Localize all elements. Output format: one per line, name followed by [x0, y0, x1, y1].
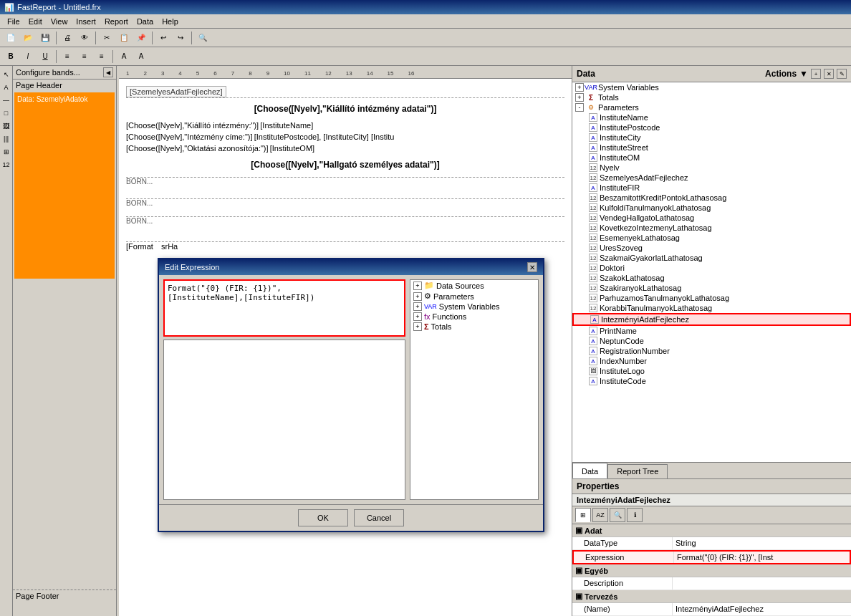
tree-registration[interactable]: A RegistrationNumber	[572, 346, 851, 356]
totals-expand-d[interactable]: +	[413, 322, 422, 331]
redo-btn[interactable]: ↪	[173, 31, 188, 45]
font-size-up[interactable]: A	[133, 49, 149, 64]
prop-tab-filter[interactable]: 🔍	[610, 508, 625, 522]
tree-institute-om[interactable]: A InstituteOM	[572, 153, 851, 163]
new-btn[interactable]: 📄	[3, 31, 19, 45]
dialog-extra-area[interactable]	[163, 340, 405, 500]
prop-description-value[interactable]	[673, 577, 851, 589]
page-header-band[interactable]: Page Header	[13, 80, 116, 91]
align-center-btn[interactable]: ≡	[77, 49, 92, 64]
tree-korabbi[interactable]: 12 KorabbiTanulmanyokLathatosag	[572, 303, 851, 313]
underline-btn[interactable]: U	[37, 49, 53, 64]
section-egyeb-collapse[interactable]: ▣	[575, 566, 582, 575]
tree-system-variables[interactable]: + VAR System Variables	[572, 82, 851, 92]
cut-btn[interactable]: ✂	[99, 31, 115, 45]
page-footer-band[interactable]: Page Footer	[13, 589, 116, 602]
tab-data[interactable]: Data	[572, 463, 607, 478]
tree-beszamitott[interactable]: 12 BeszamitottKreditPontokLathasosag	[572, 193, 851, 203]
tree-doktori[interactable]: 12 Doktori	[572, 263, 851, 273]
line-tool[interactable]: —	[1, 95, 12, 106]
align-left-btn[interactable]: ≡	[59, 49, 75, 64]
data-add-btn[interactable]: +	[811, 69, 821, 79]
sv-expand[interactable]: +	[413, 302, 422, 311]
save-btn[interactable]: 💾	[37, 31, 53, 45]
tab-report-tree[interactable]: Report Tree	[607, 464, 668, 478]
tree-institute-fir[interactable]: A InstituteFIR	[572, 183, 851, 193]
bands-arrow[interactable]: ◀	[103, 67, 113, 77]
system-variables-expand[interactable]: +	[575, 83, 584, 92]
configure-bands-label[interactable]: Configure bands...	[16, 68, 80, 77]
table-tool[interactable]: ⊞	[1, 146, 12, 158]
dialog-tree-systemvars[interactable]: + VAR System Variables	[410, 302, 538, 312]
tree-szakmai[interactable]: 12 SzakmaiGyakorlatLathatosag	[572, 253, 851, 263]
menu-insert[interactable]: Insert	[72, 16, 100, 27]
tree-print-name[interactable]: A PrintName	[572, 326, 851, 336]
tree-kovetkezo[interactable]: 12 KovetkezoIntezmenyLathatosag	[572, 223, 851, 233]
tree-szemelyes[interactable]: 12 SzemelyesAdatFejlechez	[572, 173, 851, 183]
print-btn[interactable]: 🖨	[59, 31, 75, 45]
bold-btn[interactable]: B	[3, 49, 19, 64]
actions-label[interactable]: Actions	[765, 69, 797, 79]
paste-btn[interactable]: 📌	[133, 31, 149, 45]
menu-data[interactable]: Data	[133, 16, 158, 27]
menu-edit[interactable]: Edit	[24, 16, 47, 27]
tree-institute-logo[interactable]: 🖼 InstituteLogo	[572, 366, 851, 376]
dialog-tree-functions[interactable]: + fx Functions	[410, 312, 538, 322]
tree-institute-name[interactable]: A InstituteName	[572, 112, 851, 122]
totals-expand[interactable]: +	[575, 93, 584, 102]
tree-institute-street[interactable]: A InstituteStreet	[572, 143, 851, 153]
undo-btn[interactable]: ↩	[155, 31, 171, 45]
tree-institute-postcode[interactable]: A InstitutePostcode	[572, 122, 851, 133]
preview-btn[interactable]: 👁	[77, 31, 92, 45]
prop-expression-value[interactable]: Format("{0} (FIR: {1})", [Inst	[674, 552, 850, 563]
zoom-btn[interactable]: 🔍	[195, 31, 211, 45]
tree-szakok[interactable]: 12 SzakokLathatosag	[572, 273, 851, 283]
align-right-btn[interactable]: ≡	[94, 49, 110, 64]
tree-neptun[interactable]: A NeptunCode	[572, 336, 851, 346]
tree-intezmenyi-adat[interactable]: A IntezményiAdatFejlechez	[572, 313, 851, 326]
tree-kulfoldi[interactable]: 12 KulfoldiTanulmanyokLathatosag	[572, 203, 851, 213]
tree-ures[interactable]: 12 UresSzoveg	[572, 243, 851, 253]
prop-name-value[interactable]: IntezményiAdatFejlechez	[673, 603, 851, 615]
prop-tab-grid[interactable]: ⊞	[575, 508, 591, 522]
prop-datatype-value[interactable]: String	[673, 537, 851, 549]
prop-tab-info[interactable]: ℹ	[627, 508, 643, 522]
menu-view[interactable]: View	[47, 16, 72, 27]
prop-tab-abc[interactable]: AZ	[592, 508, 608, 522]
tree-esemeny[interactable]: 12 EsemenyekLathatosag	[572, 233, 851, 243]
menu-help[interactable]: Help	[158, 16, 183, 27]
menu-file[interactable]: File	[3, 16, 24, 27]
header-field[interactable]: [SzemelyesAdatFejlechez]	[126, 86, 226, 97]
dialog-ok-btn[interactable]: OK	[298, 509, 348, 526]
tree-index[interactable]: A IndexNumber	[572, 356, 851, 366]
barcode-tool[interactable]: |||	[1, 133, 12, 145]
tree-institute-code[interactable]: A InstituteCode	[572, 376, 851, 386]
rect-tool[interactable]: □	[1, 107, 12, 119]
tree-parameters[interactable]: - ⚙ Parameters	[572, 102, 851, 112]
open-btn[interactable]: 📂	[20, 31, 36, 45]
dialog-close-btn[interactable]: ✕	[527, 262, 537, 272]
title2-text[interactable]: [Choose([Nyelv],"Hallgató személyes adat…	[251, 160, 439, 170]
copy-btn[interactable]: 📋	[116, 31, 132, 45]
dialog-expression-field[interactable]: Format("{0} (FIR: {1})", [InstituteName]…	[163, 279, 405, 337]
pointer-tool[interactable]: ↖	[1, 69, 12, 80]
fn-expand[interactable]: +	[413, 312, 422, 321]
section-tervezes-collapse[interactable]: ▣	[575, 592, 582, 601]
tree-institute-city[interactable]: A InstituteCity	[572, 133, 851, 143]
ds-expand[interactable]: +	[413, 281, 422, 290]
actions-dropdown-icon[interactable]: ▼	[799, 69, 808, 79]
dialog-cancel-btn[interactable]: Cancel	[354, 509, 404, 526]
font-size-down[interactable]: A	[116, 49, 132, 64]
data-delete-btn[interactable]: ✕	[824, 69, 834, 79]
menu-report[interactable]: Report	[100, 16, 133, 27]
tree-vendeg[interactable]: 12 VendegHallgatoLathatosag	[572, 213, 851, 223]
text-tool[interactable]: A	[1, 82, 12, 93]
image-tool[interactable]: 🖼	[1, 120, 12, 132]
tree-parhuzamos[interactable]: 12 ParhuzamosTanulmanyokLathatosag	[572, 293, 851, 303]
parameters-expand[interactable]: -	[575, 103, 584, 112]
section-adat-collapse[interactable]: ▣	[575, 526, 582, 535]
tree-szakiranyok[interactable]: 12 SzakiranyokLathatosag	[572, 283, 851, 293]
tree-nyelv[interactable]: 12 Nyelv	[572, 163, 851, 173]
tree-totals[interactable]: + Σ Totals	[572, 92, 851, 102]
params-expand[interactable]: +	[413, 292, 422, 301]
